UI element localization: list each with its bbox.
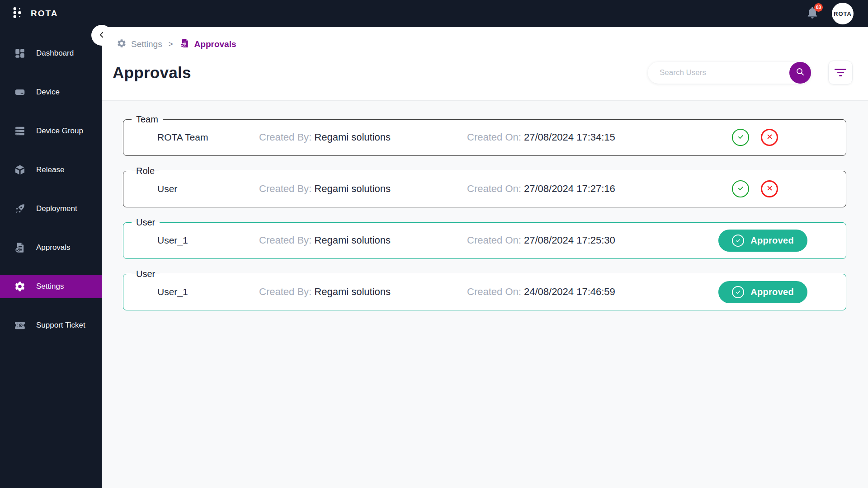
sidebar-item-label: Device <box>36 88 60 97</box>
notification-badge: 03 <box>814 3 823 12</box>
check-icon <box>736 132 745 142</box>
top-bar: ROTA 03 ROTA <box>0 0 868 27</box>
sidebar-item-support-ticket[interactable]: Support Ticket <box>0 314 102 337</box>
avatar-text: ROTA <box>834 10 852 17</box>
sidebar-item-label: Dashboard <box>36 49 74 58</box>
search-icon <box>795 66 806 79</box>
approval-card-team: Team ROTA Team Created By: Regami soluti… <box>123 114 846 156</box>
release-icon <box>14 164 26 176</box>
sidebar-item-settings[interactable]: Settings <box>0 275 102 298</box>
sidebar-item-label: Support Ticket <box>36 321 85 330</box>
created-by-field: Created By: Regami solutions <box>259 131 467 143</box>
page-header: Settings > Approvals <box>102 27 868 101</box>
search-bar <box>648 62 811 84</box>
approval-row: ROTA Team Created By: Regami solutions C… <box>123 124 846 151</box>
approval-item-name: ROTA Team <box>123 132 259 143</box>
approval-row: User Created By: Regami solutions Create… <box>123 175 846 202</box>
main-content: Settings > Approvals <box>102 27 868 488</box>
filter-button[interactable] <box>828 61 853 84</box>
check-icon <box>736 184 745 194</box>
sidebar-item-label: Approvals <box>36 243 71 252</box>
sidebar-item-label: Device Group <box>36 127 83 136</box>
breadcrumb-parent-label: Settings <box>131 39 162 49</box>
support-ticket-icon <box>14 319 26 331</box>
settings-gear-icon <box>14 281 26 292</box>
approval-row: User_1 Created By: Regami solutions Crea… <box>123 278 846 305</box>
approval-card-role: Role User Created By: Regami solutions C… <box>123 166 846 207</box>
approvals-icon <box>14 242 26 253</box>
check-circle-icon <box>732 286 744 298</box>
sidebar-item-label: Release <box>36 165 64 174</box>
page-title: Approvals <box>113 64 191 82</box>
created-on-field: Created On: 27/08/2024 17:25:30 <box>467 235 718 246</box>
dashboard-icon <box>14 47 26 59</box>
approval-card-type: Role <box>132 166 159 176</box>
gear-icon <box>117 38 127 51</box>
created-on-field: Created On: 27/08/2024 17:27:16 <box>467 183 732 195</box>
rota-logo-icon <box>12 6 24 21</box>
breadcrumb-current-label: Approvals <box>194 39 236 49</box>
approved-status-button[interactable]: Approved <box>718 230 807 252</box>
approved-label: Approved <box>750 235 794 246</box>
device-icon <box>14 86 26 98</box>
breadcrumb-separator: > <box>169 40 173 49</box>
approval-card-type: User <box>132 269 160 279</box>
topbar-actions: 03 ROTA <box>806 3 868 24</box>
approval-card-type: User <box>132 217 160 228</box>
reject-button[interactable] <box>761 180 778 197</box>
breadcrumb-approvals[interactable]: Approvals <box>179 38 236 51</box>
reject-button[interactable] <box>761 129 778 146</box>
sidebar-collapse-button[interactable] <box>91 25 112 46</box>
sidebar-item-deployment[interactable]: Deployment <box>0 197 102 221</box>
search-button[interactable] <box>789 62 811 84</box>
user-avatar[interactable]: ROTA <box>832 3 854 24</box>
device-group-icon <box>14 125 26 137</box>
sidebar-item-device-group[interactable]: Device Group <box>0 119 102 143</box>
created-on-field: Created On: 24/08/2024 17:46:59 <box>467 286 718 298</box>
sidebar-item-dashboard[interactable]: Dashboard <box>0 42 102 65</box>
x-icon <box>766 133 774 142</box>
breadcrumb: Settings > Approvals <box>102 27 868 51</box>
approval-item-name: User_1 <box>123 286 259 297</box>
created-by-field: Created By: Regami solutions <box>259 235 467 246</box>
check-circle-icon <box>732 235 744 247</box>
bell-icon <box>806 13 819 21</box>
filter-icon <box>835 69 846 76</box>
approval-actions: Approved <box>718 230 846 252</box>
approval-item-name: User_1 <box>123 235 259 246</box>
x-icon <box>766 184 774 193</box>
approval-row: User_1 Created By: Regami solutions Crea… <box>123 227 846 254</box>
approval-actions: Approved <box>718 281 846 303</box>
sidebar-item-label: Settings <box>36 282 64 291</box>
breadcrumb-settings[interactable]: Settings <box>117 38 162 51</box>
search-input[interactable] <box>648 62 811 84</box>
sidebar-item-approvals[interactable]: Approvals <box>0 236 102 259</box>
brand-name: ROTA <box>31 9 58 19</box>
approval-item-name: User <box>123 183 259 194</box>
approve-button[interactable] <box>732 180 749 197</box>
sidebar-item-device[interactable]: Device <box>0 80 102 104</box>
chevron-left-icon <box>97 30 107 41</box>
approval-actions <box>732 180 846 197</box>
approvals-icon <box>179 38 190 51</box>
created-by-field: Created By: Regami solutions <box>259 286 467 298</box>
approved-status-button[interactable]: Approved <box>718 281 807 303</box>
approval-card-user: User User_1 Created By: Regami solutions… <box>123 269 846 310</box>
created-by-field: Created By: Regami solutions <box>259 183 467 195</box>
notifications-button[interactable]: 03 <box>806 6 819 21</box>
brand: ROTA <box>0 6 58 21</box>
approval-card-type: Team <box>132 114 163 125</box>
approve-button[interactable] <box>732 129 749 146</box>
title-row: Approvals <box>102 51 868 84</box>
created-on-field: Created On: 27/08/2024 17:34:15 <box>467 131 732 143</box>
approved-label: Approved <box>750 287 794 297</box>
deployment-icon <box>14 203 26 215</box>
approval-card-user: User User_1 Created By: Regami solutions… <box>123 217 846 259</box>
approval-actions <box>732 129 846 146</box>
sidebar-item-label: Deployment <box>36 204 77 213</box>
approvals-list: Team ROTA Team Created By: Regami soluti… <box>102 101 868 310</box>
sidebar-item-release[interactable]: Release <box>0 158 102 182</box>
sidebar: Dashboard Device Device Group <box>0 27 102 488</box>
